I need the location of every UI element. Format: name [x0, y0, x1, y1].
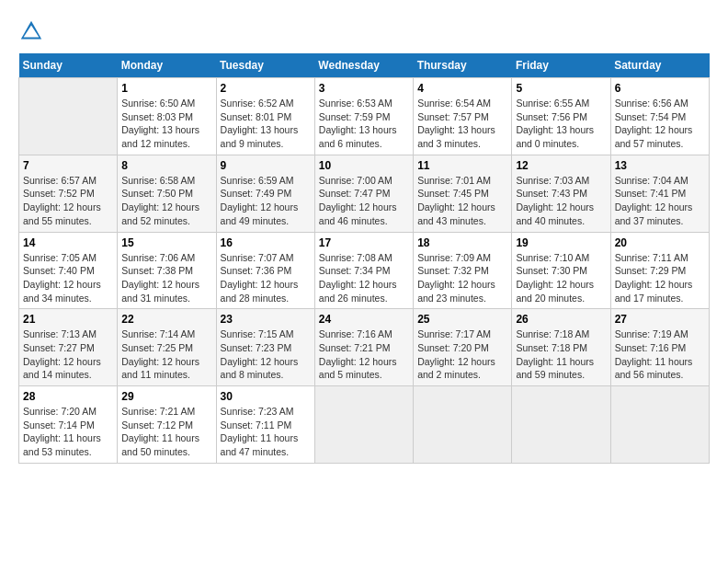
day-number: 9: [221, 159, 311, 172]
day-info: Sunrise: 7:05 AM Sunset: 7:40 PM Dayligh…: [23, 251, 113, 305]
day-info: Sunrise: 7:09 AM Sunset: 7:32 PM Dayligh…: [417, 251, 507, 305]
day-number: 6: [615, 82, 705, 95]
day-info: Sunrise: 6:56 AM Sunset: 7:54 PM Dayligh…: [615, 97, 705, 151]
day-number: 26: [516, 313, 606, 326]
day-cell: [414, 386, 512, 464]
day-info: Sunrise: 7:11 AM Sunset: 7:29 PM Dayligh…: [615, 251, 705, 305]
day-cell: 22Sunrise: 7:14 AM Sunset: 7:25 PM Dayli…: [118, 309, 216, 386]
day-cell: 4Sunrise: 6:54 AM Sunset: 7:57 PM Daylig…: [414, 78, 512, 155]
day-number: 5: [516, 82, 606, 95]
day-cell: 25Sunrise: 7:17 AM Sunset: 7:20 PM Dayli…: [414, 309, 512, 386]
day-info: Sunrise: 7:13 AM Sunset: 7:27 PM Dayligh…: [23, 327, 113, 382]
day-cell: 1Sunrise: 6:50 AM Sunset: 8:03 PM Daylig…: [118, 78, 216, 155]
day-cell: 17Sunrise: 7:08 AM Sunset: 7:34 PM Dayli…: [314, 232, 413, 309]
day-info: Sunrise: 6:53 AM Sunset: 7:59 PM Dayligh…: [319, 97, 409, 151]
day-info: Sunrise: 7:23 AM Sunset: 7:11 PM Dayligh…: [221, 405, 311, 459]
day-number: 18: [417, 236, 507, 249]
day-cell: 2Sunrise: 6:52 AM Sunset: 8:01 PM Daylig…: [216, 78, 314, 155]
day-info: Sunrise: 7:16 AM Sunset: 7:21 PM Dayligh…: [319, 327, 409, 382]
day-info: Sunrise: 6:52 AM Sunset: 8:01 PM Dayligh…: [221, 97, 311, 151]
day-info: Sunrise: 6:57 AM Sunset: 7:52 PM Dayligh…: [23, 174, 113, 228]
day-cell: 20Sunrise: 7:11 AM Sunset: 7:29 PM Dayli…: [610, 232, 709, 309]
logo-icon: [18, 18, 44, 44]
day-info: Sunrise: 7:19 AM Sunset: 7:16 PM Dayligh…: [615, 327, 705, 382]
col-header-friday: Friday: [512, 53, 610, 78]
day-info: Sunrise: 7:03 AM Sunset: 7:43 PM Dayligh…: [516, 174, 606, 228]
day-cell: 8Sunrise: 6:58 AM Sunset: 7:50 PM Daylig…: [118, 155, 216, 232]
col-header-wednesday: Wednesday: [314, 53, 413, 78]
day-number: 11: [417, 159, 507, 172]
day-number: 27: [615, 313, 705, 326]
day-cell: 3Sunrise: 6:53 AM Sunset: 7:59 PM Daylig…: [314, 78, 413, 155]
day-cell: 15Sunrise: 7:06 AM Sunset: 7:38 PM Dayli…: [118, 232, 216, 309]
day-cell: 11Sunrise: 7:01 AM Sunset: 7:45 PM Dayli…: [414, 155, 512, 232]
day-info: Sunrise: 7:15 AM Sunset: 7:23 PM Dayligh…: [221, 327, 311, 382]
day-cell: [314, 386, 413, 464]
day-number: 14: [23, 236, 113, 249]
calendar-table: SundayMondayTuesdayWednesdayThursdayFrid…: [18, 53, 710, 464]
col-header-tuesday: Tuesday: [216, 53, 314, 78]
day-cell: [610, 386, 709, 464]
day-info: Sunrise: 7:07 AM Sunset: 7:36 PM Dayligh…: [221, 251, 311, 305]
day-number: 12: [516, 159, 606, 172]
day-info: Sunrise: 7:01 AM Sunset: 7:45 PM Dayligh…: [417, 174, 507, 228]
week-row-2: 7Sunrise: 6:57 AM Sunset: 7:52 PM Daylig…: [19, 155, 710, 232]
day-cell: 13Sunrise: 7:04 AM Sunset: 7:41 PM Dayli…: [610, 155, 709, 232]
day-number: 28: [23, 390, 113, 403]
calendar-header-row: SundayMondayTuesdayWednesdayThursdayFrid…: [19, 53, 710, 78]
day-info: Sunrise: 7:04 AM Sunset: 7:41 PM Dayligh…: [615, 174, 705, 228]
day-info: Sunrise: 7:14 AM Sunset: 7:25 PM Dayligh…: [121, 327, 211, 382]
day-info: Sunrise: 7:08 AM Sunset: 7:34 PM Dayligh…: [319, 251, 409, 305]
day-info: Sunrise: 7:17 AM Sunset: 7:20 PM Dayligh…: [417, 327, 507, 382]
week-row-3: 14Sunrise: 7:05 AM Sunset: 7:40 PM Dayli…: [19, 232, 710, 309]
day-info: Sunrise: 7:06 AM Sunset: 7:38 PM Dayligh…: [121, 251, 211, 305]
week-row-1: 1Sunrise: 6:50 AM Sunset: 8:03 PM Daylig…: [19, 78, 710, 155]
day-cell: 19Sunrise: 7:10 AM Sunset: 7:30 PM Dayli…: [512, 232, 610, 309]
day-number: 19: [516, 236, 606, 249]
day-number: 4: [417, 82, 507, 95]
day-cell: 29Sunrise: 7:21 AM Sunset: 7:12 PM Dayli…: [118, 386, 216, 464]
col-header-monday: Monday: [118, 53, 216, 78]
day-number: 25: [417, 313, 507, 326]
day-number: 30: [221, 390, 311, 403]
day-cell: 12Sunrise: 7:03 AM Sunset: 7:43 PM Dayli…: [512, 155, 610, 232]
day-cell: 14Sunrise: 7:05 AM Sunset: 7:40 PM Dayli…: [19, 232, 118, 309]
day-number: 1: [121, 82, 211, 95]
day-number: 17: [319, 236, 409, 249]
page-header: [18, 18, 710, 44]
day-number: 2: [221, 82, 311, 95]
day-info: Sunrise: 6:55 AM Sunset: 7:56 PM Dayligh…: [516, 97, 606, 151]
day-info: Sunrise: 7:00 AM Sunset: 7:47 PM Dayligh…: [319, 174, 409, 228]
day-number: 23: [221, 313, 311, 326]
day-cell: 24Sunrise: 7:16 AM Sunset: 7:21 PM Dayli…: [314, 309, 413, 386]
day-number: 3: [319, 82, 409, 95]
day-cell: 23Sunrise: 7:15 AM Sunset: 7:23 PM Dayli…: [216, 309, 314, 386]
day-number: 16: [221, 236, 311, 249]
day-cell: 9Sunrise: 6:59 AM Sunset: 7:49 PM Daylig…: [216, 155, 314, 232]
day-cell: 27Sunrise: 7:19 AM Sunset: 7:16 PM Dayli…: [610, 309, 709, 386]
day-info: Sunrise: 7:18 AM Sunset: 7:18 PM Dayligh…: [516, 327, 606, 382]
day-info: Sunrise: 6:50 AM Sunset: 8:03 PM Dayligh…: [121, 97, 211, 151]
day-cell: 30Sunrise: 7:23 AM Sunset: 7:11 PM Dayli…: [216, 386, 314, 464]
day-cell: 26Sunrise: 7:18 AM Sunset: 7:18 PM Dayli…: [512, 309, 610, 386]
day-info: Sunrise: 7:10 AM Sunset: 7:30 PM Dayligh…: [516, 251, 606, 305]
day-cell: 28Sunrise: 7:20 AM Sunset: 7:14 PM Dayli…: [19, 386, 118, 464]
col-header-thursday: Thursday: [414, 53, 512, 78]
day-info: Sunrise: 6:54 AM Sunset: 7:57 PM Dayligh…: [417, 97, 507, 151]
day-cell: [19, 78, 118, 155]
day-number: 21: [23, 313, 113, 326]
day-number: 29: [121, 390, 211, 403]
day-number: 8: [121, 159, 211, 172]
day-info: Sunrise: 7:20 AM Sunset: 7:14 PM Dayligh…: [23, 405, 113, 459]
day-number: 10: [319, 159, 409, 172]
week-row-4: 21Sunrise: 7:13 AM Sunset: 7:27 PM Dayli…: [19, 309, 710, 386]
day-cell: 18Sunrise: 7:09 AM Sunset: 7:32 PM Dayli…: [414, 232, 512, 309]
week-row-5: 28Sunrise: 7:20 AM Sunset: 7:14 PM Dayli…: [19, 386, 710, 464]
day-cell: 6Sunrise: 6:56 AM Sunset: 7:54 PM Daylig…: [610, 78, 709, 155]
day-info: Sunrise: 6:59 AM Sunset: 7:49 PM Dayligh…: [221, 174, 311, 228]
day-number: 22: [121, 313, 211, 326]
day-number: 7: [23, 159, 113, 172]
day-info: Sunrise: 7:21 AM Sunset: 7:12 PM Dayligh…: [121, 405, 211, 459]
logo: [18, 18, 48, 44]
day-cell: 10Sunrise: 7:00 AM Sunset: 7:47 PM Dayli…: [314, 155, 413, 232]
